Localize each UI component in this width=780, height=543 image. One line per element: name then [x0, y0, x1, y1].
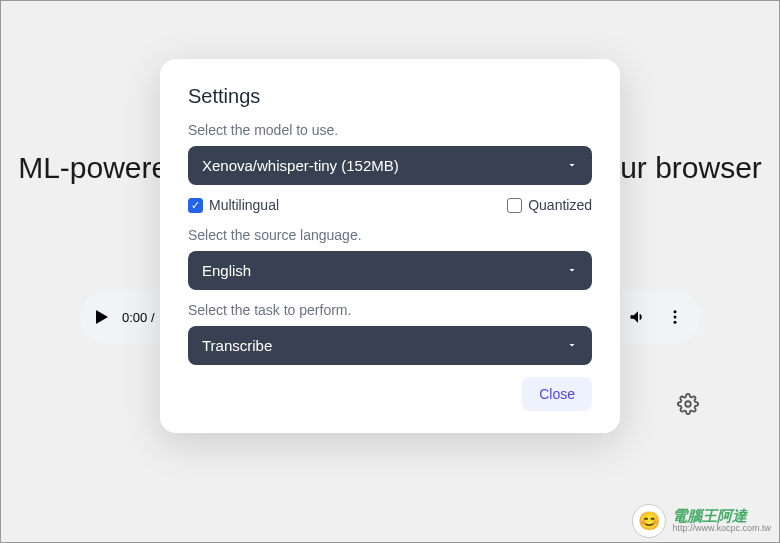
task-select-value: Transcribe [202, 337, 272, 354]
watermark-text: 電腦王阿達 http://www.kocpc.com.tw [672, 508, 771, 534]
close-button[interactable]: Close [522, 377, 592, 411]
watermark-main: 電腦王阿達 [672, 508, 771, 525]
multilingual-label: Multilingual [209, 197, 279, 213]
checkbox-icon [507, 198, 522, 213]
checkbox-row: ✓ Multilingual Quantized [188, 197, 592, 213]
model-select-wrap: Xenova/whisper-tiny (152MB) [188, 146, 592, 185]
language-label: Select the source language. [188, 227, 592, 243]
task-select[interactable]: Transcribe [188, 326, 592, 365]
language-select[interactable]: English [188, 251, 592, 290]
modal-footer: Close [188, 377, 592, 411]
language-select-value: English [202, 262, 251, 279]
task-label: Select the task to perform. [188, 302, 592, 318]
model-label: Select the model to use. [188, 122, 592, 138]
model-select-value: Xenova/whisper-tiny (152MB) [202, 157, 399, 174]
checkbox-icon: ✓ [188, 198, 203, 213]
model-select[interactable]: Xenova/whisper-tiny (152MB) [188, 146, 592, 185]
watermark-logo-icon: 😊 [632, 504, 666, 538]
modal-title: Settings [188, 85, 592, 108]
settings-modal: Settings Select the model to use. Xenova… [160, 59, 620, 433]
modal-overlay: Settings Select the model to use. Xenova… [1, 1, 779, 542]
task-select-wrap: Transcribe [188, 326, 592, 365]
quantized-label: Quantized [528, 197, 592, 213]
watermark-sub: http://www.kocpc.com.tw [672, 524, 771, 534]
quantized-checkbox[interactable]: Quantized [507, 197, 592, 213]
watermark: 😊 電腦王阿達 http://www.kocpc.com.tw [632, 504, 771, 538]
multilingual-checkbox[interactable]: ✓ Multilingual [188, 197, 279, 213]
language-select-wrap: English [188, 251, 592, 290]
